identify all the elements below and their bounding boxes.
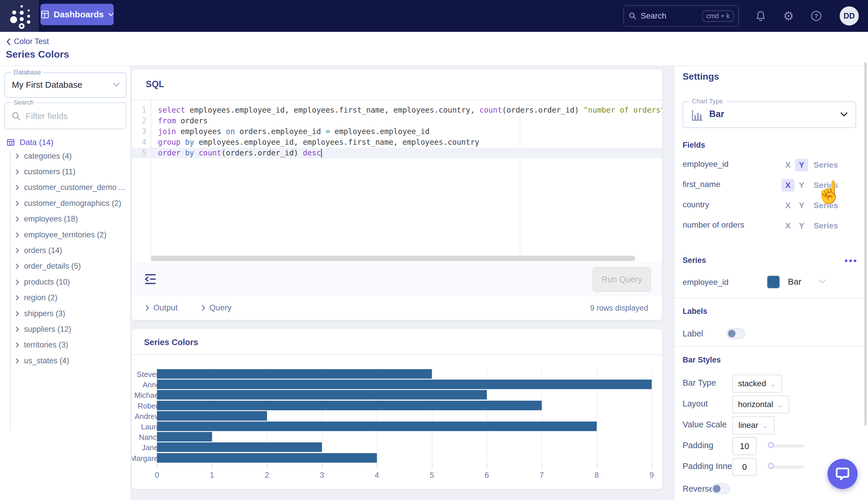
y-axis-tick — [154, 395, 156, 395]
tree-item-region[interactable]: region (2) — [14, 290, 58, 306]
chart-type-value: Bar — [709, 109, 724, 119]
axis-option-x-employee_id[interactable]: X — [782, 159, 795, 171]
x-axis-tick — [267, 464, 268, 468]
padding-input[interactable]: 10 — [732, 437, 756, 455]
tree-item-shippers[interactable]: shippers (3) — [14, 306, 66, 321]
label-toggle[interactable] — [727, 328, 745, 339]
padding-slider[interactable] — [770, 445, 804, 447]
tree-item-employees[interactable]: employees (18) — [14, 211, 78, 227]
keyboard-shortcut-badge: cmd + k — [702, 10, 734, 22]
bar-row-Robert: Robert — [132, 400, 662, 411]
bar[interactable] — [157, 390, 487, 399]
chart-type-select[interactable]: Chart Type Bar — [683, 101, 856, 128]
bar[interactable] — [157, 442, 322, 452]
sql-line-2[interactable]: 2from orders — [132, 115, 662, 126]
sql-code-editor[interactable]: 1select employees.employee_id, employees… — [132, 101, 662, 262]
chevron-right-icon — [14, 327, 19, 332]
bar[interactable] — [157, 369, 432, 379]
value-scale-select[interactable]: linear ⌄ — [732, 416, 775, 434]
breadcrumb-back-link[interactable]: Color Test — [6, 37, 49, 46]
query-section-toggle[interactable]: Query — [201, 303, 231, 312]
layout-select[interactable]: horizontal ⌄ — [732, 396, 789, 413]
sql-line-5[interactable]: 5order by count(orders.order_id) desc — [132, 148, 662, 158]
chart-card: Series Colors 0123456789StevenAnneMichae… — [132, 329, 662, 489]
tree-item-us_states[interactable]: us_states (4) — [14, 353, 69, 368]
axis-option-x-first_name[interactable]: X — [782, 179, 795, 192]
database-select[interactable]: Database My First Database — [4, 72, 126, 98]
tree-item-customers[interactable]: customers (11) — [14, 164, 75, 180]
padding-inner-input[interactable]: 0 — [732, 458, 756, 476]
axis-option-series-employee_id[interactable]: Series — [810, 159, 842, 171]
run-query-button[interactable]: Run Query — [593, 267, 651, 292]
axis-option-y-first_name[interactable]: Y — [795, 179, 808, 192]
y-axis-tick — [154, 447, 156, 447]
dashboards-button[interactable]: Dashboards — [40, 4, 114, 25]
tree-item-employee_territories[interactable]: employee_territories (2) — [14, 227, 106, 243]
tree-guide-line — [10, 150, 11, 431]
chat-launcher-button[interactable] — [828, 459, 858, 489]
sql-toolbar: Run Query — [132, 262, 662, 296]
settings-button[interactable]: ⚙ — [780, 0, 797, 32]
tree-item-territories[interactable]: territories (3) — [14, 337, 68, 353]
y-axis-tick — [154, 416, 156, 416]
axis-option-series-number-of-orders[interactable]: Series — [810, 219, 842, 232]
bar[interactable] — [157, 411, 267, 421]
axis-option-x-country[interactable]: X — [782, 199, 795, 212]
help-button[interactable]: ? — [808, 0, 825, 32]
field-name: country — [683, 199, 770, 210]
filter-fields-label: Search — [11, 99, 36, 106]
sql-card-header: SQL — [132, 69, 662, 100]
chevron-down-icon[interactable] — [819, 279, 826, 284]
sql-line-3[interactable]: 3join employees on orders.employee_id = … — [132, 126, 662, 137]
notifications-button[interactable] — [752, 0, 770, 32]
tree-item-suppliers[interactable]: suppliers (12) — [14, 321, 71, 337]
tree-item-label: employees (18) — [24, 215, 78, 224]
axis-option-y-country[interactable]: Y — [795, 199, 808, 212]
axis-option-y-employee_id[interactable]: Y — [795, 159, 808, 171]
bar[interactable] — [157, 453, 377, 463]
page-vertical-scrollbar[interactable] — [864, 62, 867, 425]
bar[interactable] — [157, 432, 212, 442]
bar-chart: 0123456789StevenAnneMichaelRobertAndrewL… — [132, 354, 662, 489]
tree-item-orders[interactable]: orders (14) — [14, 243, 62, 258]
series-more-options-button[interactable]: ••• — [845, 256, 858, 266]
format-code-icon[interactable] — [144, 273, 156, 285]
axis-option-y-number-of-orders[interactable]: Y — [795, 219, 808, 232]
x-axis-tick — [157, 464, 157, 468]
tree-item-customer_demographics[interactable]: customer_demographics (2) — [14, 195, 121, 211]
reverse-toggle[interactable] — [712, 484, 730, 494]
avatar[interactable]: DD — [840, 7, 859, 25]
category-label: Steven — [137, 370, 160, 379]
series-color-swatch[interactable] — [766, 275, 781, 289]
slider-knob[interactable] — [767, 442, 774, 448]
field-name: number of orders — [683, 219, 770, 230]
dashboards-icon — [40, 10, 49, 19]
global-search-input[interactable]: Search cmd + k — [623, 5, 739, 27]
settings-title: Settings — [683, 71, 719, 82]
bar[interactable] — [157, 422, 597, 431]
bar[interactable] — [157, 379, 652, 389]
sql-line-4[interactable]: 4group by employees.employee_id, employe… — [132, 137, 662, 148]
tree-item-categories[interactable]: categories (4) — [14, 148, 72, 164]
padding-inner-slider[interactable] — [770, 466, 804, 468]
x-axis-tick-label: 2 — [258, 471, 275, 480]
tree-item-customer_customer_demo[interactable]: customer_customer_demo ... — [14, 180, 125, 195]
bar-type-select[interactable]: stacked ⌄ — [732, 375, 782, 393]
x-axis-tick — [597, 464, 597, 468]
labels-heading: Labels — [683, 307, 707, 316]
toggle-knob — [713, 485, 720, 492]
axis-option-x-number-of-orders[interactable]: X — [782, 219, 795, 232]
tree-item-products[interactable]: products (10) — [14, 274, 70, 290]
bar-row-Janet: Janet — [132, 442, 662, 453]
sql-line-text: join employees on orders.employee_id = e… — [158, 126, 430, 137]
bar[interactable] — [157, 401, 542, 410]
sql-line-1[interactable]: 1select employees.employee_id, employees… — [132, 105, 662, 115]
tree-item-order_details[interactable]: order_details (5) — [14, 259, 81, 274]
editor-horizontal-scrollbar[interactable] — [151, 255, 635, 261]
slider-knob[interactable] — [767, 463, 774, 469]
filter-fields-input[interactable]: Search Filter fields — [4, 102, 126, 129]
app-logo[interactable] — [0, 0, 39, 32]
tree-item-label: us_states (4) — [24, 356, 69, 365]
data-tree-root[interactable]: Data (14) — [7, 138, 54, 147]
output-section-toggle[interactable]: Output — [145, 303, 178, 312]
